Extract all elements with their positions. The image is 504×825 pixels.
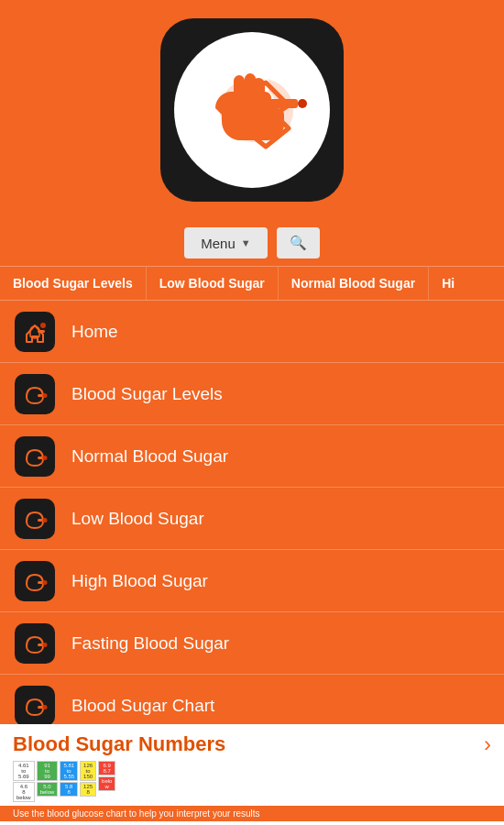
mini-data-table: 4.61to5.69 4.68below 91to99 5.0below 5.8… <box>13 761 115 802</box>
app-header <box>0 0 504 216</box>
blood-sugar-chart-icon <box>15 686 55 726</box>
bottom-table-area: 4.61to5.69 4.68below 91to99 5.0below 5.8… <box>0 761 504 802</box>
svg-point-22 <box>43 705 48 710</box>
bottom-banner: Use the blood glucose chart to help you … <box>0 806 504 821</box>
menu-item-blood-sugar-levels-label: Blood Sugar Levels <box>71 384 223 404</box>
menu-item-high-blood-sugar[interactable]: High Blood Sugar <box>0 550 504 612</box>
svg-rect-0 <box>266 99 298 108</box>
menu-item-fasting-blood-sugar-label: Fasting Blood Sugar <box>71 633 229 654</box>
search-button[interactable]: 🔍 <box>277 227 320 258</box>
menu-item-home-label: Home <box>71 322 118 342</box>
search-icon: 🔍 <box>290 235 307 250</box>
bottom-expand-button[interactable]: › <box>484 732 491 757</box>
tab-hi[interactable]: Hi <box>429 267 467 300</box>
app-logo-icon <box>192 50 312 170</box>
logo-circle <box>174 32 330 188</box>
tab-normal-blood-sugar[interactable]: Normal Blood Sugar <box>279 267 429 300</box>
bottom-banner-text: Use the blood glucose chart to help you … <box>13 808 260 819</box>
low-blood-sugar-icon <box>15 499 55 539</box>
svg-point-19 <box>43 643 48 647</box>
menu-dropdown-arrow: ▼ <box>241 237 251 248</box>
menu-item-blood-sugar-levels[interactable]: Blood Sugar Levels <box>0 363 504 425</box>
menu-item-low-blood-sugar[interactable]: Low Blood Sugar <box>0 488 504 550</box>
nav-tabs: Blood Sugar Levels Low Blood Sugar Norma… <box>0 266 504 301</box>
menu-item-blood-sugar-chart-label: Blood Sugar Chart <box>71 696 214 716</box>
svg-point-1 <box>298 99 307 108</box>
menu-list: Home Blood Sugar Levels Normal Blood Sug… <box>0 301 504 737</box>
svg-point-7 <box>43 393 48 398</box>
home-icon <box>15 312 55 352</box>
menu-item-normal-blood-sugar-label: Normal Blood Sugar <box>71 446 228 467</box>
menu-item-home[interactable]: Home <box>0 301 504 363</box>
bottom-preview-title: Blood Sugar Numbers <box>13 732 225 756</box>
high-blood-sugar-icon <box>15 561 55 601</box>
blood-sugar-levels-icon <box>15 374 55 414</box>
svg-rect-4 <box>38 330 45 333</box>
toolbar: Menu ▼ 🔍 <box>0 227 504 258</box>
tab-low-blood-sugar[interactable]: Low Blood Sugar <box>147 267 279 300</box>
menu-item-fasting-blood-sugar[interactable]: Fasting Blood Sugar <box>0 612 504 675</box>
menu-button[interactable]: Menu ▼ <box>184 227 267 258</box>
svg-point-3 <box>40 323 46 328</box>
menu-item-high-blood-sugar-label: High Blood Sugar <box>71 571 208 591</box>
menu-item-normal-blood-sugar[interactable]: Normal Blood Sugar <box>0 425 504 488</box>
bottom-date: November 26, 2014 <box>0 821 504 825</box>
menu-label: Menu <box>201 236 236 251</box>
svg-rect-2 <box>19 316 50 347</box>
menu-item-low-blood-sugar-label: Low Blood Sugar <box>71 509 204 529</box>
normal-blood-sugar-icon <box>15 436 55 477</box>
svg-point-16 <box>43 580 48 585</box>
svg-point-10 <box>43 456 48 460</box>
app-logo-wrapper <box>160 18 344 202</box>
tab-blood-sugar-levels[interactable]: Blood Sugar Levels <box>0 267 147 300</box>
bottom-preview: Blood Sugar Numbers › 4.61to5.69 4.68bel… <box>0 724 504 825</box>
fasting-blood-sugar-icon <box>15 623 55 664</box>
bottom-preview-header: Blood Sugar Numbers › <box>0 724 504 761</box>
svg-point-13 <box>43 518 48 522</box>
